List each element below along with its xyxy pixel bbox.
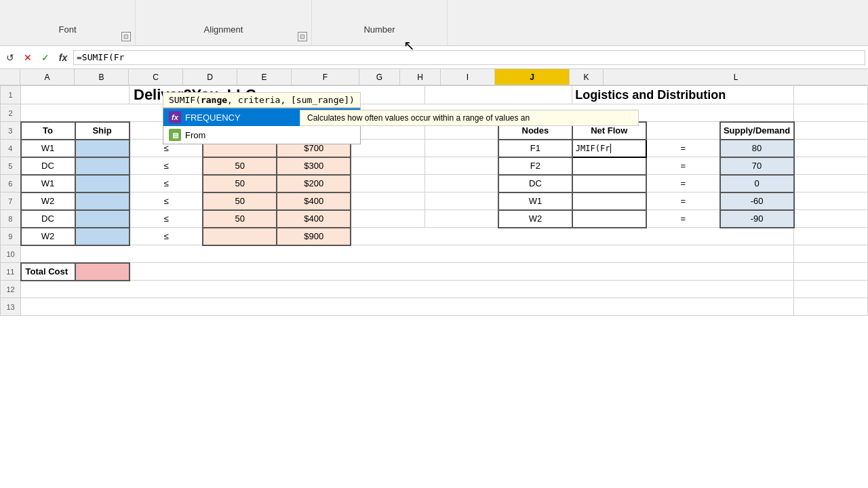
cell-to-w1[interactable]: W1 bbox=[21, 140, 75, 157]
col-k-header[interactable]: K bbox=[570, 69, 604, 85]
cell-supply-w2[interactable]: -90 bbox=[720, 210, 794, 228]
cell-capacity-5[interactable]: 50 bbox=[203, 210, 277, 228]
row-num-1: 1 bbox=[1, 86, 21, 104]
col-i-header[interactable]: I bbox=[441, 69, 495, 85]
col-e-header[interactable]: E bbox=[237, 69, 292, 85]
cell-net-flow-f2[interactable] bbox=[572, 157, 646, 175]
cell-end-1 bbox=[794, 86, 868, 104]
cell-ship-3[interactable] bbox=[75, 175, 130, 192]
cell-capacity-3[interactable]: 50 bbox=[203, 175, 277, 192]
cell-supply-f1-text: 80 bbox=[752, 143, 762, 153]
cell-node-w1[interactable]: W1 bbox=[498, 192, 572, 210]
font-label: Font bbox=[58, 24, 76, 35]
col-a-header[interactable]: A bbox=[20, 69, 75, 85]
cell-to-w1b-text: W1 bbox=[41, 178, 55, 188]
cell-constraint-5: ≤ bbox=[130, 210, 203, 228]
cell-to-w1b[interactable]: W1 bbox=[21, 175, 75, 192]
col-l-header[interactable]: L bbox=[604, 69, 868, 85]
cell-supply-f1[interactable]: 80 bbox=[720, 140, 794, 157]
cell-end-4 bbox=[794, 140, 868, 157]
header-net-flow-text: Net Flow bbox=[591, 125, 627, 136]
formula-input[interactable] bbox=[73, 50, 865, 65]
undo-button[interactable]: ↺ bbox=[3, 50, 18, 65]
cell-net-flow-w2[interactable] bbox=[572, 210, 646, 228]
cell-total-cost-value[interactable] bbox=[75, 263, 130, 281]
cell-node-w1-text: W1 bbox=[529, 196, 542, 206]
cell-net-flow-f1-text: JMIF(Fr bbox=[576, 144, 610, 153]
cell-to-dc2[interactable]: DC bbox=[21, 210, 75, 228]
cell-capacity-2[interactable]: 50 bbox=[203, 157, 277, 175]
ribbon: Font ⊡ Alignment ⊡ Number ↖ bbox=[0, 0, 868, 46]
table-row: 9 W2 ≤ $900 bbox=[1, 228, 868, 245]
cell-blank-11rest bbox=[130, 263, 794, 281]
cell-supply-dc[interactable]: 0 bbox=[720, 175, 794, 192]
cell-node-f2-text: F2 bbox=[530, 161, 540, 171]
col-b-header[interactable]: B bbox=[75, 69, 129, 85]
cell-end-2 bbox=[794, 104, 868, 122]
confirm-button[interactable]: ✓ bbox=[38, 50, 53, 65]
cell-blank-1 bbox=[425, 86, 572, 104]
total-cost-text: Total Cost bbox=[26, 266, 68, 277]
cell-unit-cost-6[interactable]: $900 bbox=[277, 228, 351, 245]
cell-to-dc1[interactable]: DC bbox=[21, 157, 75, 175]
cell-a1[interactable] bbox=[21, 86, 130, 104]
header-ship-text: Ship bbox=[92, 125, 111, 136]
cell-eq-w2: = bbox=[646, 210, 720, 228]
cell-node-w2-text: W2 bbox=[529, 214, 542, 224]
cell-supply-w1-text: -60 bbox=[751, 196, 764, 206]
cell-capacity-4[interactable]: 50 bbox=[203, 192, 277, 210]
cell-blank-row13 bbox=[21, 298, 794, 316]
cell-net-flow-f1-active[interactable]: JMIF(Fr bbox=[572, 140, 646, 157]
cell-unit-cost-3[interactable]: $200 bbox=[277, 175, 351, 192]
cell-ship-2[interactable] bbox=[75, 157, 130, 175]
alignment-section: Alignment ⊡ bbox=[136, 0, 312, 45]
header-nodes-text: Nodes bbox=[522, 125, 549, 136]
cell-blank-8g bbox=[425, 210, 498, 228]
autocomplete-item-from[interactable]: ▤ From bbox=[163, 126, 360, 144]
cancel-button[interactable]: ✕ bbox=[20, 50, 35, 65]
alignment-expand-icon[interactable]: ⊡ bbox=[298, 32, 307, 41]
cell-blank-4g bbox=[425, 140, 498, 157]
cell-blank-3j bbox=[646, 122, 720, 140]
cell-ship-5[interactable] bbox=[75, 210, 130, 228]
table-row: 4 W1 ≤ $700 F1 JMIF(Fr bbox=[1, 140, 868, 157]
row-num-5: 5 bbox=[1, 157, 21, 175]
cell-node-w2[interactable]: W2 bbox=[498, 210, 572, 228]
cell-to-w2b-text: W2 bbox=[41, 231, 55, 241]
fx-button[interactable]: fx bbox=[56, 50, 71, 65]
col-f-header[interactable]: F bbox=[292, 69, 359, 85]
cell-supply-f2[interactable]: 70 bbox=[720, 157, 794, 175]
company-subtitle-text: Logistics and Distribution bbox=[575, 88, 726, 102]
cell-net-flow-w1[interactable] bbox=[572, 192, 646, 210]
cell-blank-8f bbox=[351, 210, 425, 228]
cell-node-dc[interactable]: DC bbox=[498, 175, 572, 192]
font-expand-icon[interactable]: ⊡ bbox=[121, 32, 131, 41]
cell-constraint-4: ≤ bbox=[130, 192, 203, 210]
cell-supply-w1[interactable]: -60 bbox=[720, 192, 794, 210]
col-g-header[interactable]: G bbox=[359, 69, 400, 85]
cell-unit-cost-4[interactable]: $400 bbox=[277, 192, 351, 210]
formula-bar: ↺ ✕ ✓ fx bbox=[0, 46, 868, 69]
col-d-header[interactable]: D bbox=[183, 69, 237, 85]
cell-unit-cost-2[interactable]: $300 bbox=[277, 157, 351, 175]
font-section: Font ⊡ bbox=[0, 0, 136, 45]
cell-node-f2[interactable]: F2 bbox=[498, 157, 572, 175]
col-j-header[interactable]: J bbox=[495, 69, 570, 85]
cell-node-f1[interactable]: F1 bbox=[498, 140, 572, 157]
cell-to-w2b[interactable]: W2 bbox=[21, 228, 75, 245]
column-headers: A B C D E F G H I J K L bbox=[0, 69, 868, 85]
cell-blank-4f bbox=[351, 140, 425, 157]
cell-net-flow-dc[interactable] bbox=[572, 175, 646, 192]
cell-ship-4[interactable] bbox=[75, 192, 130, 210]
cell-ship-6[interactable] bbox=[75, 228, 130, 245]
cell-unit-cost-5[interactable]: $400 bbox=[277, 210, 351, 228]
cell-ship-1[interactable] bbox=[75, 140, 130, 157]
col-h-header[interactable]: H bbox=[400, 69, 441, 85]
cell-node-f1-text: F1 bbox=[530, 143, 540, 153]
row-num-3: 3 bbox=[1, 122, 21, 140]
cell-to-w2[interactable]: W2 bbox=[21, 192, 75, 210]
col-c-header[interactable]: C bbox=[129, 69, 183, 85]
cell-to-w1-text: W1 bbox=[41, 143, 55, 153]
row-num-8: 8 bbox=[1, 210, 21, 228]
cell-capacity-6[interactable] bbox=[203, 228, 277, 245]
